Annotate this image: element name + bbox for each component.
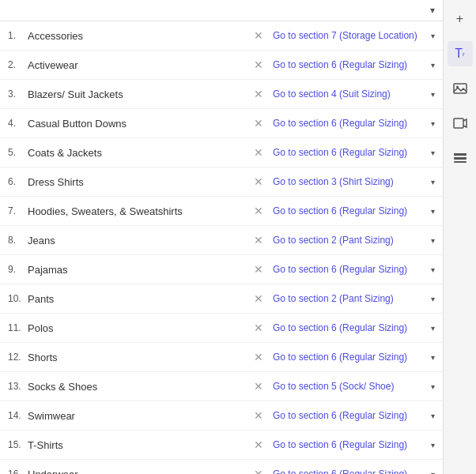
table-row: 12.Shorts✕Go to section 6 (Regular Sizin… <box>0 343 443 372</box>
video-icon[interactable] <box>448 111 473 136</box>
table-row: 7.Hoodies, Sweaters, & Sweatshirts✕Go to… <box>0 197 443 226</box>
section-link[interactable]: Go to section 6 (Regular Sizing) <box>273 59 431 70</box>
table-row: 10.Pants✕Go to section 2 (Pant Sizing)▾ <box>0 284 443 314</box>
svg-rect-0 <box>454 84 467 93</box>
delete-button[interactable]: ✕ <box>251 174 266 190</box>
table-row: 2.Activewear✕Go to section 6 (Regular Si… <box>0 51 443 80</box>
section-link[interactable]: Go to section 6 (Regular Sizing) <box>273 205 431 216</box>
delete-button[interactable]: ✕ <box>251 408 266 423</box>
chevron-down-icon: ▾ <box>431 353 435 362</box>
article-name: Pajamas <box>28 264 251 276</box>
article-name: Coats & Jackets <box>28 147 251 159</box>
table-row: 5.Coats & Jackets✕Go to section 6 (Regul… <box>0 138 443 167</box>
section-link[interactable]: Go to section 6 (Regular Sizing) <box>273 118 431 129</box>
section-link[interactable]: Go to section 6 (Regular Sizing) <box>273 264 431 275</box>
svg-rect-4 <box>454 157 467 160</box>
article-name: Accessories <box>28 30 251 42</box>
chevron-down-icon: ▾ <box>431 324 435 333</box>
delete-button[interactable]: ✕ <box>251 232 266 248</box>
table-row: 15.T-Shirts✕Go to section 6 (Regular Siz… <box>0 431 443 460</box>
delete-button[interactable]: ✕ <box>251 115 266 131</box>
delete-button[interactable]: ✕ <box>251 291 266 307</box>
chevron-down-icon: ▾ <box>431 441 435 450</box>
article-name: Blazers/ Suit Jackets <box>28 88 251 100</box>
layout-icon[interactable] <box>448 145 473 171</box>
section-link[interactable]: Go to section 2 (Pant Sizing) <box>273 235 431 246</box>
article-name: Swimwear <box>28 410 251 422</box>
table-row: 6.Dress Shirts✕Go to section 3 (Shirt Si… <box>0 167 443 197</box>
delete-button[interactable]: ✕ <box>251 145 266 160</box>
chevron-down-icon: ▾ <box>431 178 435 186</box>
article-number: 5. <box>8 147 28 158</box>
article-number: 6. <box>8 176 28 187</box>
chevron-down-icon: ▾ <box>431 119 435 128</box>
chevron-down-icon: ▾ <box>431 412 435 420</box>
delete-button[interactable]: ✕ <box>251 320 266 336</box>
plus-icon[interactable]: + <box>448 6 473 32</box>
article-number: 2. <box>8 59 28 70</box>
delete-button[interactable]: ✕ <box>251 466 266 474</box>
header-dropdown[interactable]: ▾ <box>427 5 435 16</box>
chevron-down-icon: ▾ <box>431 265 435 274</box>
delete-button[interactable]: ✕ <box>251 378 266 394</box>
section-link[interactable]: Go to section 6 (Regular Sizing) <box>273 147 431 158</box>
dropdown-chevron-icon: ▾ <box>430 5 435 16</box>
table-row: 9.Pajamas✕Go to section 6 (Regular Sizin… <box>0 255 443 284</box>
article-number: 15. <box>8 439 28 450</box>
section-link[interactable]: Go to section 6 (Regular Sizing) <box>273 322 431 333</box>
text-icon[interactable]: Tr <box>448 41 473 66</box>
article-name: Shorts <box>28 352 251 363</box>
article-name: T-Shirts <box>28 439 251 451</box>
section-link[interactable]: Go to section 5 (Sock/ Shoe) <box>273 381 431 392</box>
table-row: 16.Underwear✕Go to section 6 (Regular Si… <box>0 460 443 474</box>
article-number: 13. <box>8 381 28 392</box>
section-link[interactable]: Go to section 6 (Regular Sizing) <box>273 410 431 421</box>
article-name: Activewear <box>28 59 251 71</box>
section-link[interactable]: Go to section 3 (Shirt Sizing) <box>273 176 431 187</box>
articles-list: 1.Accessories✕Go to section 7 (Storage L… <box>0 21 443 474</box>
delete-button[interactable]: ✕ <box>251 86 266 102</box>
section-link[interactable]: Go to section 6 (Regular Sizing) <box>273 352 431 363</box>
image-icon[interactable] <box>448 76 473 101</box>
section-link[interactable]: Go to section 4 (Suit Sizing) <box>273 88 431 100</box>
article-number: 1. <box>8 30 28 41</box>
article-name: Jeans <box>28 235 251 246</box>
chevron-down-icon: ▾ <box>431 382 435 391</box>
chevron-down-icon: ▾ <box>431 236 435 245</box>
article-number: 4. <box>8 118 28 129</box>
article-name: Hoodies, Sweaters, & Sweatshirts <box>28 205 251 217</box>
article-number: 14. <box>8 410 28 421</box>
table-row: 11.Polos✕Go to section 6 (Regular Sizing… <box>0 314 443 343</box>
chevron-down-icon: ▾ <box>431 61 435 70</box>
sidebar: + Tr <box>443 0 476 474</box>
delete-button[interactable]: ✕ <box>251 28 266 43</box>
delete-button[interactable]: ✕ <box>251 261 266 277</box>
table-row: 14.Swimwear✕Go to section 6 (Regular Siz… <box>0 401 443 431</box>
article-name: Dress Shirts <box>28 176 251 188</box>
table-row: 13.Socks & Shoes✕Go to section 5 (Sock/ … <box>0 372 443 401</box>
article-number: 9. <box>8 264 28 275</box>
article-name: Casual Button Downs <box>28 118 251 130</box>
article-name: Underwear <box>28 468 251 475</box>
table-row: 4.Casual Button Downs✕Go to section 6 (R… <box>0 109 443 138</box>
article-name: Pants <box>28 293 251 305</box>
section-link[interactable]: Go to section 6 (Regular Sizing) <box>273 439 431 450</box>
section-link[interactable]: Go to section 2 (Pant Sizing) <box>273 293 431 304</box>
delete-button[interactable]: ✕ <box>251 203 266 219</box>
section-link[interactable]: Go to section 6 (Regular Sizing) <box>273 468 431 474</box>
chevron-down-icon: ▾ <box>431 470 435 475</box>
header: ▾ <box>0 0 443 21</box>
article-number: 10. <box>8 293 28 304</box>
chevron-down-icon: ▾ <box>431 207 435 216</box>
chevron-down-icon: ▾ <box>431 32 435 40</box>
chevron-down-icon: ▾ <box>431 149 435 157</box>
article-number: 7. <box>8 205 28 216</box>
section-link[interactable]: Go to section 7 (Storage Location) <box>273 30 431 41</box>
article-number: 8. <box>8 235 28 246</box>
delete-button[interactable]: ✕ <box>251 57 266 73</box>
delete-button[interactable]: ✕ <box>251 437 266 453</box>
chevron-down-icon: ▾ <box>431 295 435 303</box>
delete-button[interactable]: ✕ <box>251 349 266 365</box>
article-name: Socks & Shoes <box>28 381 251 393</box>
article-number: 3. <box>8 88 28 100</box>
